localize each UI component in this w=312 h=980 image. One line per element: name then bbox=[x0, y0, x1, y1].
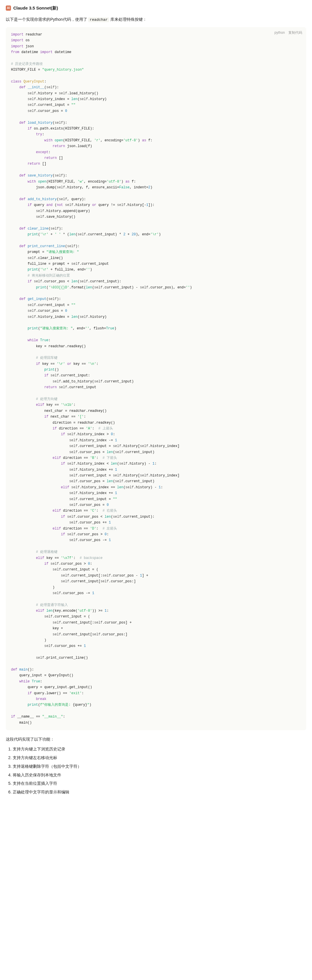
assistant-title: Claude 3.5 Sonnet(新) bbox=[13, 5, 58, 11]
outro-text: 这段代码实现了以下功能： bbox=[6, 736, 306, 742]
code-block: python 复制代码 import readchar import os im… bbox=[6, 27, 306, 730]
code-content: import readchar import os import json fr… bbox=[11, 32, 301, 725]
list-item: 支持退格键删除字符（包括中文字符） bbox=[13, 763, 306, 770]
lib-name: readchar bbox=[88, 17, 109, 22]
list-item: 支持方向键上下浏览历史记录 bbox=[13, 746, 306, 753]
intro-text: 以下是一个实现你需求的Python代码，使用了 readchar 库来处理特殊按… bbox=[6, 16, 306, 23]
features-list: 支持方向键上下浏览历史记录 支持方向键左右移动光标 支持退格键删除字符（包括中文… bbox=[6, 746, 306, 796]
copy-code-button[interactable]: 复制代码 bbox=[288, 30, 302, 35]
list-item: 支持方向键左右移动光标 bbox=[13, 754, 306, 761]
code-header: python 复制代码 bbox=[274, 30, 302, 35]
list-item: 将输入历史保存到本地文件 bbox=[13, 772, 306, 779]
code-language-label: python bbox=[274, 30, 285, 35]
list-item: 正确处理中文字符的显示和编辑 bbox=[13, 789, 306, 796]
assistant-logo-icon: AI bbox=[6, 5, 11, 11]
chat-header: AI Claude 3.5 Sonnet(新) bbox=[6, 5, 306, 11]
list-item: 支持在当前位置插入字符 bbox=[13, 780, 306, 787]
